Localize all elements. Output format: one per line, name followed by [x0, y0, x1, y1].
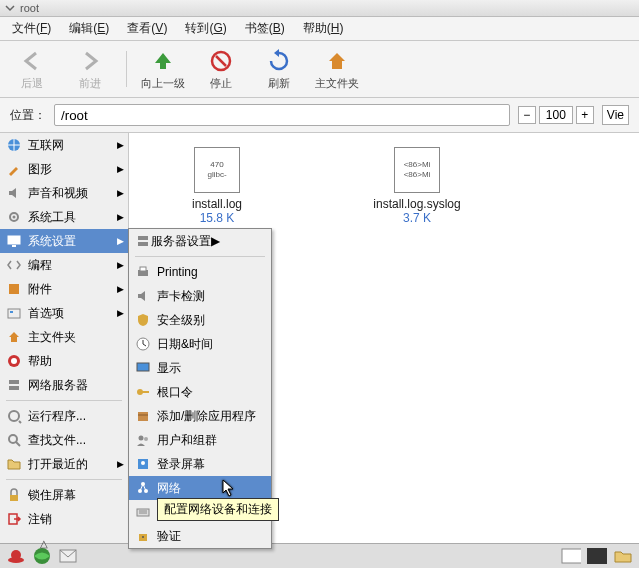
sidebar-item-label: 首选项 [28, 305, 64, 322]
sidebar-item-accessory[interactable]: 附件▶ [0, 277, 128, 301]
forward-icon [76, 47, 104, 75]
chevron-right-icon: ▶ [117, 236, 124, 246]
submenu-item-login[interactable]: 登录屏幕 [129, 452, 271, 476]
menu-view[interactable]: 查看(V) [127, 20, 167, 37]
submenu-item-sound[interactable]: 声卡检测 [129, 284, 271, 308]
view-selector[interactable]: Vie [602, 105, 629, 125]
submenu-item-printer[interactable]: Printing [129, 260, 271, 284]
sidebar-item-lock[interactable]: 锁住屏幕 [0, 483, 128, 507]
window-title: root [20, 2, 39, 14]
clock-icon [135, 336, 151, 352]
svg-rect-26 [138, 412, 148, 421]
svg-point-30 [141, 461, 145, 465]
submenu-item-label: Printing [157, 265, 198, 279]
svg-rect-18 [138, 236, 148, 240]
panel-arrow-icon[interactable]: △ [40, 538, 48, 549]
sidebar: 互联网▶图形▶声音和视频▶系统工具▶系统设置▶编程▶附件▶首选项▶主文件夹帮助网… [0, 133, 129, 543]
logout-icon [6, 511, 22, 527]
svg-rect-25 [142, 391, 149, 393]
forward-button[interactable]: 前进 [66, 47, 114, 91]
submenu-item-label: 声卡检测 [157, 288, 205, 305]
menu-go[interactable]: 转到(G) [185, 20, 226, 37]
file-size: 15.8 K [200, 211, 235, 225]
sidebar-item-label: 系统工具 [28, 209, 76, 226]
sidebar-item-gear[interactable]: 系统工具▶ [0, 205, 128, 229]
taskbar-workspace-switcher[interactable] [587, 546, 607, 566]
sound-icon [6, 185, 22, 201]
titlebar: root [0, 0, 639, 17]
file-item[interactable]: <86>Mi<86>Miinstall.log.syslog3.7 K [357, 147, 477, 225]
sidebar-item-logout[interactable]: 注销 [0, 507, 128, 531]
sidebar-item-label: 图形 [28, 161, 52, 178]
up-icon [149, 47, 177, 75]
taskbar-hat-icon[interactable] [6, 546, 26, 566]
submenu-item-network[interactable]: 网络 [129, 476, 271, 500]
auth-icon [135, 528, 151, 544]
brush-icon [6, 161, 22, 177]
sidebar-item-home[interactable]: 主文件夹 [0, 325, 128, 349]
sidebar-item-brush[interactable]: 图形▶ [0, 157, 128, 181]
taskbar-globe-icon[interactable] [32, 546, 52, 566]
sidebar-item-sound[interactable]: 声音和视频▶ [0, 181, 128, 205]
submenu-item-display[interactable]: 显示 [129, 356, 271, 380]
stop-button[interactable]: 停止 [197, 47, 245, 91]
taskbar-window-icon[interactable] [561, 546, 581, 566]
file-item[interactable]: 470glibc-install.log15.8 K [157, 147, 277, 225]
sidebar-item-label: 编程 [28, 257, 52, 274]
submenu-item-auth[interactable]: 验证 [129, 524, 271, 548]
menu-help[interactable]: 帮助(H) [303, 20, 344, 37]
sidebar-item-globe[interactable]: 互联网▶ [0, 133, 128, 157]
svg-point-27 [139, 436, 144, 441]
back-button[interactable]: 后退 [8, 47, 56, 91]
taskbar-mail-icon[interactable] [58, 546, 78, 566]
sidebar-item-run[interactable]: 运行程序... [0, 404, 128, 428]
sidebar-item-label: 打开最近的 [28, 456, 88, 473]
submenu-item-package[interactable]: 添加/删除应用程序 [129, 404, 271, 428]
sidebar-item-server[interactable]: 网络服务器 [0, 373, 128, 397]
location-input[interactable] [54, 104, 510, 126]
titlebar-menu-icon[interactable] [4, 2, 16, 14]
taskbar-folder-icon[interactable] [613, 546, 633, 566]
folder-icon [6, 456, 22, 472]
back-icon [18, 47, 46, 75]
menu-edit[interactable]: 编辑(E) [69, 20, 109, 37]
up-button[interactable]: 向上一级 [139, 47, 187, 91]
svg-point-11 [11, 358, 17, 364]
sidebar-item-help[interactable]: 帮助 [0, 349, 128, 373]
help-icon [6, 353, 22, 369]
accessory-icon [6, 281, 22, 297]
submenu-item-users[interactable]: 用户和组群 [129, 428, 271, 452]
toolbar-separator [126, 51, 127, 87]
sidebar-item-label: 附件 [28, 281, 52, 298]
sidebar-item-folder[interactable]: 打开最近的▶ [0, 452, 128, 476]
zoom-in-button[interactable]: + [576, 106, 594, 124]
submenu-item-label: 日期&时间 [157, 336, 213, 353]
submenu-item-clock[interactable]: 日期&时间 [129, 332, 271, 356]
submenu-header[interactable]: 服务器设置▶ [129, 229, 271, 253]
stop-icon [207, 47, 235, 75]
sidebar-item-code[interactable]: 编程▶ [0, 253, 128, 277]
home-button[interactable]: 主文件夹 [313, 47, 361, 91]
zoom-out-button[interactable]: − [518, 106, 536, 124]
svg-rect-8 [8, 309, 20, 318]
package-icon [135, 408, 151, 424]
gear-icon [6, 209, 22, 225]
sidebar-item-label: 网络服务器 [28, 377, 88, 394]
sidebar-item-monitor[interactable]: 系统设置▶ [0, 229, 128, 253]
chevron-right-icon: ▶ [117, 260, 124, 270]
reload-button[interactable]: 刷新 [255, 47, 303, 91]
chevron-right-icon: ▶ [117, 212, 124, 222]
location-label: 位置： [10, 107, 46, 124]
chevron-right-icon: ▶ [117, 308, 124, 318]
svg-rect-6 [12, 245, 16, 247]
sidebar-item-search[interactable]: 查找文件... [0, 428, 128, 452]
sidebar-item-prefs[interactable]: 首选项▶ [0, 301, 128, 325]
menu-file[interactable]: 文件(F) [12, 20, 51, 37]
submenu-item-key[interactable]: 根口令 [129, 380, 271, 404]
file-thumbnail: 470glibc- [194, 147, 240, 193]
location-bar: 位置： − 100 + Vie [0, 98, 639, 133]
tooltip: 配置网络设备和连接 [157, 498, 279, 521]
sidebar-item-label: 查找文件... [28, 432, 86, 449]
menu-bookmarks[interactable]: 书签(B) [245, 20, 285, 37]
submenu-item-shield[interactable]: 安全级别 [129, 308, 271, 332]
